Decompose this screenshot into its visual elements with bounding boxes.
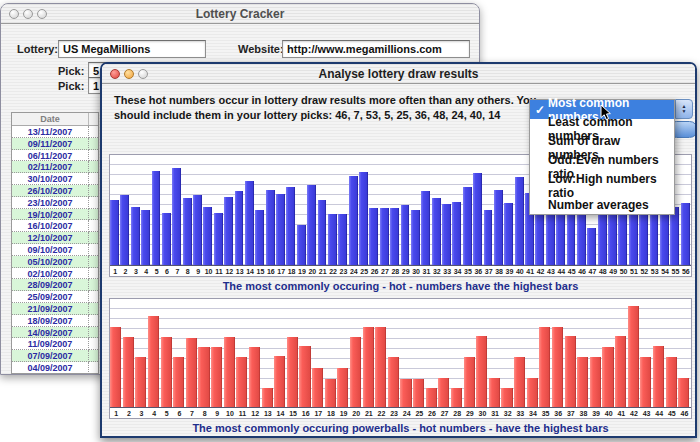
x-tick-label: 18 <box>325 408 338 418</box>
minimize-button-icon[interactable] <box>23 9 33 19</box>
date-cell[interactable]: 28/09/2007 <box>12 279 89 291</box>
date-row[interactable]: 23/10/2007 <box>12 197 98 209</box>
menu-item-low-high-numbers-ratio[interactable]: Low:High numbers ratio <box>530 176 674 195</box>
numbers-cell-sliver[interactable] <box>89 150 98 162</box>
menu-item-label: Number averages <box>548 198 649 212</box>
blue-bar <box>473 173 482 265</box>
x-tick-label: 5 <box>161 408 174 418</box>
date-row[interactable]: 18/09/2007 <box>12 315 98 327</box>
date-row[interactable]: 07/09/2007 <box>12 350 98 362</box>
date-cell[interactable]: 06/11/2007 <box>12 150 89 162</box>
numbers-cell-sliver[interactable] <box>89 185 98 197</box>
numbers-cell-sliver[interactable] <box>89 244 98 256</box>
numbers-cell-sliver[interactable] <box>89 232 98 244</box>
x-tick-label: 4 <box>141 266 151 276</box>
x-tick-label: 3 <box>135 408 148 418</box>
date-row[interactable]: 11/09/2007 <box>12 338 98 350</box>
numbers-cell-sliver[interactable] <box>89 268 98 280</box>
numbers-cell-sliver[interactable] <box>89 327 98 339</box>
x-tick-label: 16 <box>266 266 276 276</box>
analyse-titlebar[interactable]: Analyse lottery draw results <box>102 64 695 84</box>
numbers-cell-sliver[interactable] <box>89 209 98 221</box>
numbers-cell-sliver[interactable] <box>89 303 98 315</box>
blue-bar <box>152 171 161 265</box>
date-cell[interactable]: 14/09/2007 <box>12 327 89 339</box>
date-row[interactable]: 09/11/2007 <box>12 138 98 150</box>
date-row[interactable]: 06/11/2007 <box>12 150 98 162</box>
date-cell[interactable]: 09/11/2007 <box>12 138 89 150</box>
numbers-cell-sliver[interactable] <box>89 220 98 232</box>
zoom-button-icon[interactable] <box>138 69 148 79</box>
numbers-cell-sliver[interactable] <box>89 315 98 327</box>
date-row[interactable]: 21/09/2007 <box>12 303 98 315</box>
blue-bar <box>515 177 524 265</box>
x-tick-label: 8 <box>183 266 193 276</box>
date-cell[interactable]: 09/10/2007 <box>12 244 89 256</box>
date-row[interactable]: 12/10/2007 <box>12 232 98 244</box>
website-input[interactable]: http://www.megamillions.com <box>282 40 470 58</box>
lottery-cracker-titlebar[interactable]: Lottery Cracker <box>1 4 479 24</box>
date-row[interactable]: 19/10/2007 <box>12 209 98 221</box>
lottery-name-input[interactable]: US MegaMillions <box>58 40 206 58</box>
date-row[interactable]: 02/11/2007 <box>12 161 98 173</box>
date-cell[interactable]: 30/10/2007 <box>12 173 89 185</box>
numbers-cell-sliver[interactable] <box>89 350 98 362</box>
date-cell[interactable]: 05/10/2007 <box>12 256 89 268</box>
date-cell[interactable]: 23/10/2007 <box>12 197 89 209</box>
numbers-cell-sliver[interactable] <box>89 138 98 150</box>
analysis-type-popup-stepper[interactable]: ▲▼ <box>675 99 693 119</box>
x-tick-label: 3 <box>131 266 141 276</box>
blue-bar <box>411 210 420 265</box>
date-cell[interactable]: 26/10/2007 <box>12 185 89 197</box>
date-cell[interactable]: 02/10/2007 <box>12 268 89 280</box>
blue-bar <box>245 181 254 265</box>
date-cell[interactable]: 21/09/2007 <box>12 303 89 315</box>
numbers-cell-sliver[interactable] <box>89 256 98 268</box>
date-cell[interactable]: 11/09/2007 <box>12 338 89 350</box>
numbers-cell-sliver[interactable] <box>89 126 98 138</box>
date-row[interactable]: 30/10/2007 <box>12 173 98 185</box>
x-tick-label: 2 <box>123 408 136 418</box>
minimize-button-icon[interactable] <box>124 69 134 79</box>
window-analyse-results: Analyse lottery draw results These hot n… <box>100 62 697 438</box>
powerball-plot-gridlines <box>110 299 691 407</box>
numbers-cell-sliver[interactable] <box>89 291 98 303</box>
zoom-button-icon[interactable] <box>37 9 47 19</box>
date-cell[interactable]: 16/10/2007 <box>12 220 89 232</box>
table-header[interactable]: Date <box>12 113 98 126</box>
date-row[interactable]: 26/10/2007 <box>12 185 98 197</box>
date-cell[interactable]: 19/10/2007 <box>12 209 89 221</box>
red-bar <box>476 336 487 407</box>
date-row[interactable]: 05/10/2007 <box>12 256 98 268</box>
date-cell[interactable]: 02/11/2007 <box>12 161 89 173</box>
numbers-cell-sliver[interactable] <box>89 279 98 291</box>
date-row[interactable]: 09/10/2007 <box>12 244 98 256</box>
date-row[interactable]: 02/10/2007 <box>12 268 98 280</box>
date-cell[interactable]: 13/11/2007 <box>12 126 89 138</box>
date-row[interactable]: 25/09/2007 <box>12 291 98 303</box>
date-cell[interactable]: 07/09/2007 <box>12 350 89 362</box>
numbers-cell-sliver[interactable] <box>89 362 98 374</box>
numbers-cell-sliver[interactable] <box>89 338 98 350</box>
close-button-icon[interactable] <box>110 69 120 79</box>
date-row[interactable]: 28/09/2007 <box>12 279 98 291</box>
date-row[interactable]: 14/09/2007 <box>12 327 98 339</box>
x-tick-label: 19 <box>297 266 307 276</box>
x-tick-label: 7 <box>186 408 199 418</box>
numbers-cell-sliver[interactable] <box>89 197 98 209</box>
date-cell[interactable]: 25/09/2007 <box>12 291 89 303</box>
date-column-header[interactable]: Date <box>12 113 89 125</box>
date-cell[interactable]: 04/09/2007 <box>12 362 89 374</box>
x-tick-label: 36 <box>473 266 483 276</box>
date-cell[interactable]: 12/10/2007 <box>12 232 89 244</box>
date-cell[interactable]: 18/09/2007 <box>12 315 89 327</box>
date-row[interactable]: 16/10/2007 <box>12 220 98 232</box>
date-row[interactable]: 04/09/2007 <box>12 362 98 374</box>
menu-item-number-averages[interactable]: Number averages <box>530 195 674 214</box>
close-button-icon[interactable] <box>9 9 19 19</box>
numbers-cell-sliver[interactable] <box>89 173 98 185</box>
x-tick-label: 39 <box>504 266 514 276</box>
numbers-cell-sliver[interactable] <box>89 161 98 173</box>
red-bar <box>173 357 184 407</box>
date-row[interactable]: 13/11/2007 <box>12 126 98 138</box>
